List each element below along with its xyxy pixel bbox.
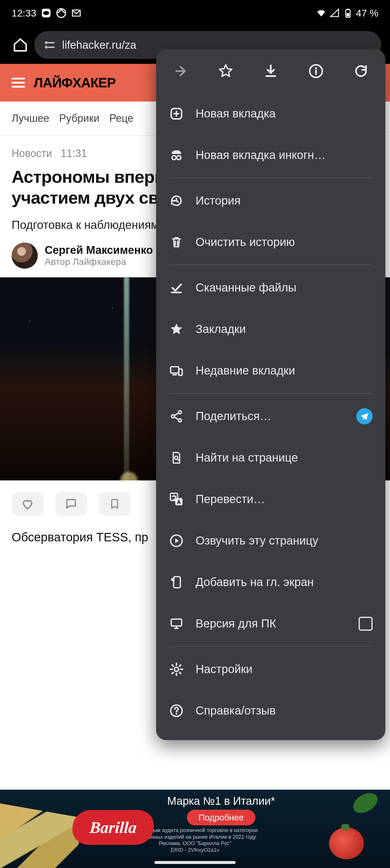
menu-share[interactable]: Поделиться… [162,395,380,437]
svg-rect-13 [171,367,179,373]
reload-button[interactable] [348,58,374,84]
site-title: ЛАЙФХАКЕР [34,75,116,91]
menu-separator [169,393,372,394]
svg-point-11 [172,155,176,160]
svg-rect-23 [171,619,182,626]
new-tab-icon [169,106,184,121]
svg-point-12 [177,155,181,160]
wifi-icon [316,8,326,18]
menu-incognito[interactable]: Новая вкладка инкогн… [162,134,380,176]
breadcrumb-section[interactable]: Новости [11,147,52,160]
add-to-home-icon [169,575,184,590]
signal-icon [329,8,340,18]
menu-settings-label: Настройки [196,662,372,676]
forward-button[interactable] [168,58,193,84]
ad-tomato-image [329,827,364,859]
menu-read-aloud[interactable]: Озвучить эту страницу [162,520,380,561]
comment-button[interactable] [55,492,87,516]
author-name: Сергей Максименко [45,244,153,256]
svg-rect-14 [179,369,182,375]
svg-point-9 [315,67,317,69]
url-text: lifehacker.ru/za [62,39,137,51]
menu-clear-history[interactable]: Очистить историю [162,221,380,263]
menu-desktop-label: Версия для ПК [196,617,347,630]
tab-rubrics[interactable]: Рубрики [59,112,99,124]
ad-cta-button[interactable]: Подробнее [187,810,256,825]
menu-separator [169,646,372,647]
downloads-done-icon [169,280,184,295]
tab-best[interactable]: Лучшее [11,112,49,124]
svg-point-16 [172,414,174,417]
ad-tagline: Марка №1 в Италии* [167,795,275,807]
trash-icon [169,235,184,250]
app-icon-1 [41,8,51,18]
menu-top-row [156,49,385,93]
ad-banner[interactable]: Barilla Марка №1 в Италии* Подробнее *по… [0,790,390,868]
ad-pasta-image [0,803,83,868]
ad-brand-logo: Barilla [71,810,155,845]
author-role: Автор Лайфхакера [45,256,153,267]
site-menu-button[interactable] [11,78,25,88]
svg-point-24 [174,667,178,671]
incognito-icon [169,148,184,163]
menu-translate[interactable]: Перевести… [162,478,380,520]
menu-downloads[interactable]: Скачанные файлы [162,267,380,308]
bookmark-button[interactable] [99,492,130,516]
find-in-page-icon [169,450,184,465]
menu-downloads-label: Скачанные файлы [196,281,372,294]
menu-incognito-label: Новая вкладка инкогн… [196,149,372,162]
nav-gesture-bar[interactable] [154,861,236,864]
tab-recipes[interactable]: Реце [110,112,133,124]
author-avatar [11,243,38,269]
menu-find[interactable]: Найти на странице [162,437,380,478]
svg-rect-5 [347,13,349,17]
desktop-icon [169,616,184,631]
menu-translate-label: Перевести… [196,493,372,506]
menu-desktop-site[interactable]: Версия для ПК [162,603,380,644]
download-button[interactable] [258,58,283,84]
menu-history[interactable]: История [162,180,380,221]
status-battery-pct: 47 % [356,7,379,19]
svg-point-1 [43,11,49,15]
menu-read-aloud-label: Озвучить эту страницу [196,534,372,547]
svg-point-26 [176,713,177,715]
menu-recent-tabs[interactable]: Недавние вкладки [162,350,380,391]
star-filled-icon [169,322,184,337]
devices-icon [169,363,184,378]
bookmark-star-button[interactable] [213,58,239,84]
menu-find-label: Найти на странице [196,451,372,464]
menu-settings[interactable]: Настройки [162,648,380,690]
browser-overflow-menu: Новая вкладка Новая вкладка инкогн… Исто… [156,49,385,740]
ad-basil-image [350,790,381,815]
menu-help-label: Справка/отзыв [196,704,372,717]
home-icon [12,37,28,53]
status-bar: 12:33 47 % [0,0,390,26]
help-icon [169,703,184,718]
page-info-button[interactable] [303,58,329,84]
status-time: 12:33 [11,7,36,19]
telegram-badge[interactable] [356,408,372,425]
svg-point-17 [178,418,181,422]
desktop-site-checkbox[interactable] [359,617,372,631]
svg-point-15 [178,410,181,413]
svg-rect-4 [347,9,349,10]
play-circle-icon [169,533,184,548]
menu-separator [169,178,372,178]
menu-add-to-home[interactable]: Добавить на гл. экран [162,561,380,603]
menu-clear-history-label: Очистить историю [196,236,372,249]
menu-add-home-label: Добавить на гл. экран [196,576,372,589]
menu-bookmarks[interactable]: Закладки [162,308,380,350]
site-settings-icon [43,38,56,52]
like-button[interactable] [11,492,43,516]
battery-icon [343,8,353,18]
article-time: 11:31 [61,147,87,160]
share-icon [169,409,184,424]
menu-separator [169,265,372,265]
svg-point-7 [45,46,48,49]
menu-history-label: История [196,194,372,207]
menu-new-tab[interactable]: Новая вкладка [162,93,380,134]
history-icon [169,193,184,208]
home-button[interactable] [11,36,29,54]
menu-help[interactable]: Справка/отзыв [162,690,380,731]
menu-new-tab-label: Новая вкладка [196,107,372,120]
